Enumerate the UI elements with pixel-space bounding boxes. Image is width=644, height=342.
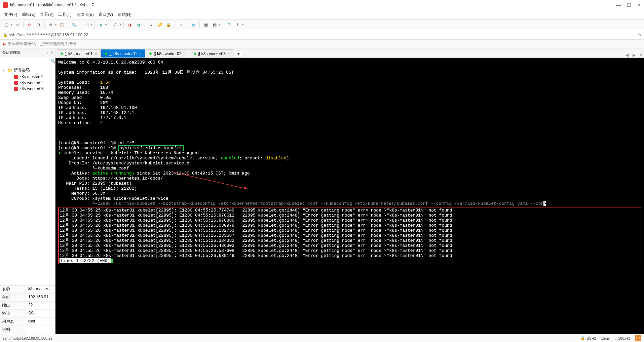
hint-bar: ▶ 要添加当前会话，点击左侧的箭头按钮。	[0, 40, 644, 48]
session-manager: 会话管理器 ⟂ ✕ 🔍 ▾ 📁 所有会话 k8s-master01k8s-wor…	[0, 48, 55, 334]
status-address: ssh://root@192.168.91.100:22	[3, 336, 576, 340]
search-icon[interactable]: 🔍	[70, 21, 78, 29]
about-icon[interactable]: ℹ	[234, 21, 241, 29]
log-highlight-box: 12月 30 04:55:25 k8s-master01 kubelet[228…	[58, 207, 641, 264]
sidebar-close-icon[interactable]: ✕	[50, 50, 53, 55]
address-text[interactable]: ssh://root:***************@192.168.91.10…	[9, 33, 638, 37]
close-button[interactable]: ✕	[637, 2, 641, 8]
menu-item[interactable]: 编辑(E)	[22, 12, 35, 17]
log-icon[interactable]: ≡	[177, 21, 185, 29]
toolbar: ▢▾ ▭ ⟳ ⊟ ⧉▾ 📋 🔍 📄▾ ●▾ A▾ ◑ ◑ ⬧ 🔑 🔒 ≡ ⇄ ▦…	[0, 20, 644, 30]
status-ime[interactable]: 中	[635, 335, 641, 341]
script-icon[interactable]: ◑	[126, 21, 134, 29]
tab-close-icon[interactable]: ×	[95, 52, 97, 56]
tab[interactable]: 3 k8s-worker02×	[146, 49, 189, 58]
paste-icon[interactable]: 📋	[58, 21, 65, 29]
tab-label: 2 k8s-master01	[109, 51, 137, 56]
layout2-icon[interactable]: ▤	[211, 21, 218, 29]
props-icon[interactable]: 📄	[83, 21, 90, 29]
sidebar-title: 会话管理器	[2, 50, 45, 55]
flag-icon: ▶	[3, 42, 6, 46]
prop-value: 22	[26, 302, 55, 309]
menu-item[interactable]: 工具(T)	[58, 12, 71, 17]
tree-root[interactable]: ▾ 📁 所有会话	[0, 67, 55, 74]
session-item[interactable]: k8s-master01	[0, 74, 55, 80]
pin-icon[interactable]: ⟂	[46, 51, 49, 55]
session-label: k8s-worker03	[20, 86, 44, 91]
menu-item[interactable]: 查看(V)	[40, 12, 53, 17]
prop-key: 主机	[0, 294, 26, 301]
new-session-icon[interactable]: ▢	[3, 21, 10, 29]
color-icon[interactable]: ●	[97, 21, 105, 29]
prop-row: 名称k8s-master...	[0, 286, 55, 294]
session-icon	[14, 87, 18, 91]
lock-icon[interactable]: 🔒	[165, 21, 172, 29]
tab-label: 3 k8s-worker02	[154, 51, 181, 56]
session-item[interactable]: k8s-worker02	[0, 80, 55, 86]
prop-key: 端口	[0, 302, 26, 309]
refresh-icon[interactable]: ↻	[638, 33, 641, 37]
tree-root-label: 所有会话	[14, 67, 30, 73]
tab[interactable]: 2 k8s-master01×	[101, 49, 145, 58]
prop-row: 端口22	[0, 302, 55, 310]
copy-icon[interactable]: ⧉	[47, 21, 54, 29]
prop-value: root	[26, 318, 55, 326]
session-item[interactable]: k8s-worker03	[0, 86, 55, 92]
maximize-button[interactable]: ☐	[627, 2, 631, 8]
tab-bar: 1 k8s-master01×2 k8s-master01×3 k8s-work…	[55, 48, 644, 58]
reconnect-icon[interactable]: ⟳	[26, 21, 33, 29]
layout1-icon[interactable]: ▦	[202, 21, 210, 29]
tab[interactable]: 4 k8s-worker03×	[190, 49, 233, 58]
tab-close-icon[interactable]: ×	[183, 52, 185, 56]
prop-value: k8s-master...	[26, 286, 55, 293]
tab[interactable]: 1 k8s-master01×	[57, 49, 101, 58]
session-icon	[14, 81, 18, 85]
tab-label: 4 k8s-worker03	[198, 51, 226, 56]
add-tab-button[interactable]: +	[235, 50, 242, 58]
terminal[interactable]: Welcome to 6.4.0-10.1.0.20.oe2309.x86_64…	[55, 58, 644, 334]
collapse-icon[interactable]: ▾	[3, 69, 6, 72]
disconnect-icon[interactable]: ⊟	[35, 21, 42, 29]
prop-value	[26, 326, 55, 334]
status-ssh: SSH2	[586, 336, 596, 340]
titlebar: k8s-master01 - root@k8s-master01:/ - Xsh…	[0, 0, 644, 10]
tab-close-icon[interactable]: ×	[139, 52, 141, 56]
status-size: 186x41	[618, 336, 630, 340]
tab-close-icon[interactable]: ×	[228, 52, 230, 56]
prop-row: 用户名root	[0, 318, 55, 326]
prop-row: 主机192.168.91....	[0, 294, 55, 302]
lock-icon: 🔒	[3, 33, 8, 37]
address-bar: 🔒 ssh://root:***************@192.168.91.…	[0, 30, 644, 40]
hint-text: 要添加当前会话，点击左侧的箭头按钮。	[8, 41, 80, 47]
status-dot-icon	[105, 52, 107, 55]
search-icon[interactable]: 🔍	[50, 59, 55, 64]
status-dot-icon	[61, 52, 63, 55]
menu-item[interactable]: 窗口(W)	[99, 12, 113, 17]
font-icon[interactable]: A	[112, 21, 119, 29]
tab-nav-icon[interactable]: ◀	[623, 53, 631, 58]
tab-label: 1 k8s-master01	[65, 51, 93, 56]
help-icon[interactable]: ?	[225, 21, 233, 29]
session-label: k8s-master01	[20, 74, 44, 79]
prop-value: 192.168.91....	[26, 294, 55, 301]
open-session-icon[interactable]: ▭	[13, 21, 21, 29]
tab-nav-icon[interactable]: ▶	[631, 53, 638, 58]
key-icon[interactable]: 🔑	[156, 21, 163, 29]
tool1-icon[interactable]: ⬧	[147, 21, 155, 29]
session-label: k8s-worker02	[20, 80, 44, 85]
session-icon	[14, 75, 18, 79]
menu-item[interactable]: 帮助(H)	[118, 12, 131, 17]
menu-item[interactable]: 选项卡(B)	[76, 12, 94, 17]
menu-item[interactable]: 文件(F)	[4, 12, 17, 17]
prop-key: 说明	[0, 326, 26, 334]
prop-key: 协议	[0, 310, 26, 317]
script2-icon[interactable]: ◑	[135, 21, 142, 29]
status-dot-icon	[149, 52, 152, 55]
status-bar: ssh://root@192.168.91.100:22 🔒SSH2 xterm…	[0, 334, 644, 342]
minimize-button[interactable]: —	[616, 2, 621, 8]
prop-key: 名称	[0, 286, 26, 293]
folder-icon: 📁	[7, 68, 12, 73]
tab-nav-icon[interactable]: ×	[638, 53, 644, 58]
session-search-input[interactable]	[0, 59, 50, 63]
ftp-icon[interactable]: ⇄	[190, 21, 197, 29]
